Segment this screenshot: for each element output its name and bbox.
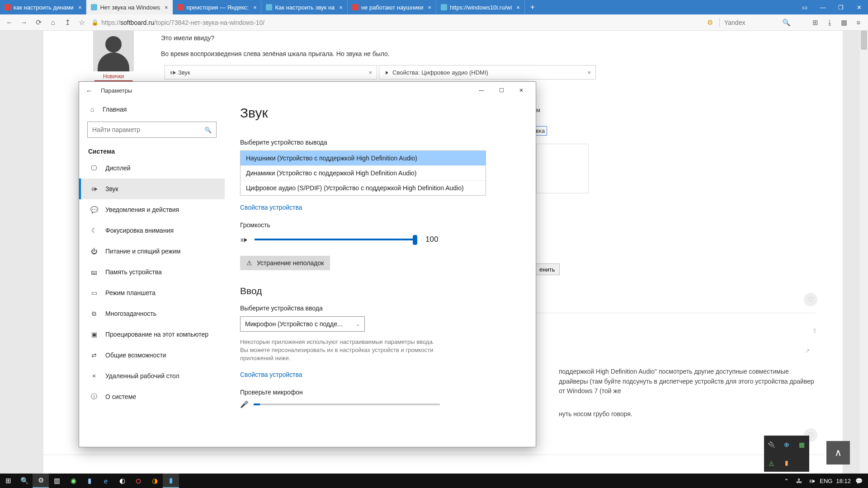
tab-4[interactable]: не работают наушники× xyxy=(348,0,436,14)
tray-icon[interactable]: ▦ xyxy=(794,436,809,454)
tray-icon[interactable]: ⊕ xyxy=(779,436,794,454)
taskbar-settings[interactable]: ⚙ xyxy=(33,474,49,488)
taskbar-opera[interactable]: O xyxy=(130,474,146,488)
sidebar-item-sound[interactable]: 🕪Звук xyxy=(79,178,225,199)
tablet-icon: ▭ xyxy=(90,289,98,297)
bookmark-star-icon[interactable]: ☆ xyxy=(77,18,87,28)
device-properties-link[interactable]: Свойства устройства xyxy=(240,371,302,378)
download-icon[interactable]: ⭳ xyxy=(825,18,835,28)
sidebar-item-shared[interactable]: ⇄Общие возможности xyxy=(79,345,225,366)
input-device-dropdown[interactable]: Микрофон (Устройство с подде...⌄ xyxy=(240,316,365,332)
sidebar-item-focus[interactable]: ☾Фокусировка внимания xyxy=(79,220,225,241)
tab-0[interactable]: как настроить динами× xyxy=(0,0,86,14)
sidebar-item-display[interactable]: 🖵Дисплей xyxy=(79,158,225,178)
qr-icon[interactable]: ▦ xyxy=(839,18,849,28)
tab-1-active[interactable]: Нет звука на Windows × xyxy=(86,0,173,14)
like-button[interactable]: ♡ xyxy=(804,293,817,306)
taskbar-app[interactable]: ▮ xyxy=(81,474,98,488)
troubleshoot-button[interactable]: ⚠Устранение неполадок xyxy=(240,256,330,270)
link-icon[interactable]: ↗ xyxy=(805,347,810,354)
output-device-dropdown[interactable]: Наушники (Устройство с поддержкой High D… xyxy=(240,150,486,196)
page-scrollbar[interactable] xyxy=(860,31,868,474)
window-close-button[interactable]: ✕ xyxy=(850,0,868,14)
menu-icon[interactable]: ≡ xyxy=(854,18,863,28)
sidebar-item-multitask[interactable]: ⧉Многозадачность xyxy=(79,303,225,324)
sidebar-item-power[interactable]: ⏻Питание и спящий режим xyxy=(79,241,225,262)
network-icon[interactable]: 🖧 xyxy=(794,478,803,484)
language-indicator[interactable]: ENG xyxy=(820,478,832,484)
close-icon[interactable]: × xyxy=(516,4,520,11)
bg-dialog-hdmi: 🕨 Свойства: Цифровое аудио (HDMI) × xyxy=(379,65,596,80)
device-option-spdif[interactable]: Цифровое аудио (S/PDIF) (Устройство с по… xyxy=(241,181,486,195)
speaker-icon: 🕨 xyxy=(384,69,390,76)
close-icon[interactable]: × xyxy=(428,4,431,11)
sidebar-item-project[interactable]: ▣Проецирование на этот компьютер xyxy=(79,324,225,345)
tray-chevron-icon[interactable]: ⌃ xyxy=(782,478,791,484)
window-minimize-button[interactable]: ― xyxy=(814,0,832,14)
taskbar-chrome[interactable]: ◐ xyxy=(114,474,130,488)
scroll-to-top-button[interactable]: ∧ xyxy=(826,441,850,465)
action-center-icon[interactable]: 💬 xyxy=(854,478,863,484)
taskbar-firefox[interactable]: ◑ xyxy=(146,474,163,488)
slider-thumb[interactable] xyxy=(413,235,417,245)
settings-search[interactable]: 🔍 xyxy=(87,122,217,138)
volume-icon[interactable]: 🕪 xyxy=(807,478,816,484)
sidebar-item-notifications[interactable]: 💬Уведомления и действия xyxy=(79,199,225,220)
device-properties-link[interactable]: Свойства устройства xyxy=(240,204,302,211)
taskbar-browser[interactable]: ▮ xyxy=(163,474,179,488)
close-icon[interactable]: × xyxy=(78,4,82,11)
tray-icon[interactable]: ▮ xyxy=(779,454,794,472)
clock[interactable]: 18:12 xyxy=(836,478,851,484)
taskbar-app[interactable]: ◉ xyxy=(65,474,81,488)
forward-button[interactable]: → xyxy=(19,18,29,28)
close-icon[interactable]: × xyxy=(368,69,372,76)
start-button[interactable]: ⊞ xyxy=(0,474,16,488)
upload-icon[interactable]: ↥ xyxy=(62,18,72,28)
close-icon[interactable]: × xyxy=(587,69,591,76)
apply-button-fragment[interactable]: енить xyxy=(534,263,560,275)
search-icon[interactable]: 🔍 xyxy=(781,18,791,28)
volume-slider[interactable] xyxy=(255,239,415,240)
tab-5[interactable]: https://windows10i.ru/wi× xyxy=(436,0,525,14)
tab-3[interactable]: Как настроить звук на× xyxy=(261,0,347,14)
taskbar-taskview[interactable]: ▥ xyxy=(49,474,65,488)
share-icon[interactable]: ⇪ xyxy=(812,327,817,334)
close-icon[interactable]: × xyxy=(253,4,257,11)
window-restore-button[interactable]: ❐ xyxy=(832,0,850,14)
search-input[interactable] xyxy=(724,19,778,26)
shield-icon[interactable]: ⚙ xyxy=(705,18,715,28)
browser-search-box[interactable]: 🔍 xyxy=(724,18,806,28)
tab-2[interactable]: преистория — Яндекс:× xyxy=(173,0,261,14)
settings-search-input[interactable] xyxy=(92,126,204,133)
remote-icon: × xyxy=(90,372,98,380)
panel-icon[interactable]: ▭ xyxy=(796,0,814,14)
sidebar-item-tablet[interactable]: ▭Режим планшета xyxy=(79,282,225,303)
sidebar-item-about[interactable]: ⓘО системе xyxy=(79,386,225,407)
notifications-icon: 💬 xyxy=(90,206,98,214)
address-bar[interactable]: 🔒 https://softboard.ru/topic/73842-нет-з… xyxy=(91,19,700,26)
sidebar-item-remote[interactable]: ×Удаленный рабочий стол xyxy=(79,366,225,386)
device-option-speakers[interactable]: Динамики (Устройство с поддержкой High D… xyxy=(241,166,486,181)
taskbar-search[interactable]: 🔍 xyxy=(16,474,33,488)
close-icon[interactable]: × xyxy=(339,4,343,11)
window-minimize-button[interactable]: ― xyxy=(472,84,491,97)
sidebar-item-storage[interactable]: 🖴Память устройства xyxy=(79,262,225,282)
back-button[interactable]: ← xyxy=(5,18,14,28)
back-button[interactable]: ← xyxy=(84,87,94,94)
tray-overflow-popup[interactable]: 🔌 ⊕ ▦ ◬ ▮ xyxy=(764,436,809,472)
new-tab-button[interactable]: + xyxy=(525,0,540,14)
tray-icon[interactable]: ◬ xyxy=(764,454,779,472)
close-icon[interactable]: × xyxy=(165,4,168,11)
reload-button[interactable]: ⟳ xyxy=(33,18,43,28)
sidebar-home[interactable]: ⌂Главная xyxy=(79,102,225,117)
home-button[interactable]: ⌂ xyxy=(48,18,58,28)
window-close-button[interactable]: ✕ xyxy=(511,84,531,97)
scrollbar-thumb[interactable] xyxy=(861,31,867,50)
extensions-icon[interactable]: ⊞ xyxy=(810,18,820,28)
window-maximize-button[interactable]: ☐ xyxy=(491,84,511,97)
url-text: https://softboard.ru/topic/73842-нет-зву… xyxy=(101,19,264,26)
device-option-headphones[interactable]: Наушники (Устройство с поддержкой High D… xyxy=(241,151,486,166)
yandex-icon xyxy=(177,4,184,10)
tray-icon[interactable]: 🔌 xyxy=(764,436,779,454)
taskbar-edge[interactable]: e xyxy=(98,474,114,488)
